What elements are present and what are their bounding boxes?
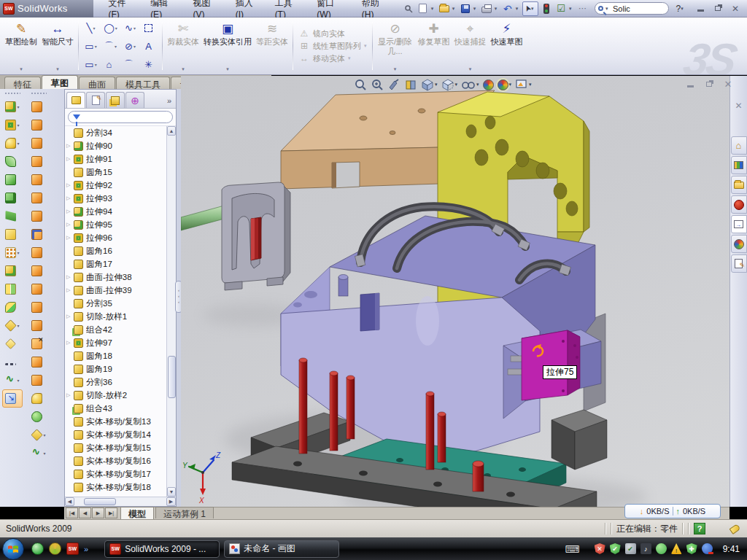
- tab-nav-button[interactable]: ▶: [92, 508, 104, 518]
- previous-view-icon[interactable]: [387, 77, 401, 92]
- curve-icon[interactable]: ▾: [28, 444, 49, 462]
- apply-scene-icon[interactable]: ▾: [497, 79, 513, 91]
- lofted-surface-icon[interactable]: ▾: [28, 152, 49, 171]
- propertymanager-tab-icon[interactable]: [86, 92, 105, 108]
- display-style-icon[interactable]: ▾: [441, 77, 459, 92]
- polygon-icon[interactable]: ⌂ ▾: [101, 55, 120, 74]
- view-orientation-icon[interactable]: ▾: [420, 77, 438, 92]
- tab-nav-button[interactable]: |◀: [66, 508, 78, 518]
- open-icon[interactable]: [438, 2, 451, 15]
- shell-icon[interactable]: ▾: [2, 189, 23, 207]
- hide-show-items-icon[interactable]: ▾: [460, 77, 480, 92]
- doc-minimize-button[interactable]: [684, 79, 696, 90]
- revolved-surface-icon[interactable]: ▾: [28, 116, 49, 134]
- linear-sketch-pattern-icon[interactable]: ⊞ 线性草图阵列 ▾: [298, 41, 367, 52]
- expand-arrow-icon[interactable]: ▷: [66, 143, 74, 149]
- swept-surface-icon[interactable]: ▾: [28, 134, 49, 152]
- search-value[interactable]: Solic: [613, 4, 630, 13]
- tree-item[interactable]: ▷ 圆角19: [66, 362, 166, 376]
- toolbar-drag-handle[interactable]: [4, 92, 20, 96]
- undo-dropdown[interactable]: ▾: [516, 6, 521, 12]
- plane-icon[interactable]: ▾: [2, 335, 23, 353]
- featuremanager-tab-icon[interactable]: [66, 92, 85, 108]
- search-dropdown[interactable]: ▾: [605, 6, 611, 12]
- solidworks-search-icon[interactable]: [731, 195, 747, 214]
- tree-item[interactable]: ▷ 圆角15: [66, 166, 166, 179]
- combine-icon[interactable]: ▾: [2, 262, 23, 280]
- convert-entities-icon[interactable]: ▣ 转换实体引用 ▾: [201, 19, 254, 73]
- help-icon[interactable]: ?: [676, 4, 681, 14]
- tree-item[interactable]: ▷ 圆角17: [66, 257, 166, 271]
- tree-item[interactable]: ▷ 分割35: [66, 297, 166, 310]
- swept-boss-icon[interactable]: ▾: [2, 171, 23, 189]
- start-button[interactable]: [2, 538, 24, 560]
- reference-geometry-icon[interactable]: ▾: [28, 426, 49, 444]
- tree-item[interactable]: ▷ 曲面-拉伸38: [66, 271, 166, 284]
- scroll-up-icon[interactable]: ▲: [167, 126, 176, 136]
- lofted-boss-icon[interactable]: ▾: [2, 152, 23, 171]
- expand-arrow-icon[interactable]: ▷: [66, 209, 74, 214]
- axis-icon[interactable]: ▾: [2, 353, 23, 371]
- select-cursor-icon[interactable]: ➤▾: [522, 1, 538, 16]
- line-icon[interactable]: ╲ ▾: [81, 19, 101, 37]
- sketch-fillet-icon[interactable]: ⌒ ▾: [120, 55, 140, 74]
- doc-restore-button[interactable]: [703, 79, 715, 90]
- model-tab[interactable]: 模型: [120, 507, 154, 519]
- messenger-icon[interactable]: [31, 542, 44, 555]
- new-dropdown[interactable]: ▾: [431, 6, 436, 12]
- rapid-sketch-icon[interactable]: ⚡ 快速草图 ▾: [489, 19, 525, 73]
- arc-icon[interactable]: ⌒ ▾: [101, 37, 120, 55]
- tree-item[interactable]: ▷ 组合43: [66, 402, 166, 415]
- tree-item[interactable]: ▷ 实体-移动/复制18: [66, 481, 166, 494]
- tree-item[interactable]: ▷ 圆角16: [66, 244, 166, 257]
- tree-item[interactable]: ▷ 拉伸91: [66, 152, 166, 166]
- extruded-boss-icon[interactable]: ▾: [2, 98, 23, 116]
- volume-tray-icon[interactable]: ♪: [640, 543, 651, 554]
- text-icon[interactable]: A ▾: [140, 37, 160, 55]
- command-tab[interactable]: 特征: [4, 77, 41, 89]
- radiate-surface-icon[interactable]: ▾: [28, 244, 49, 262]
- solidworks-resources-icon[interactable]: ⌂: [731, 136, 747, 155]
- circle-icon[interactable]: ◯ ▾: [101, 19, 120, 37]
- expand-arrow-icon[interactable]: ▷: [66, 314, 74, 319]
- custom-properties-icon[interactable]: [731, 254, 747, 273]
- surface-fillet-icon[interactable]: ▾: [28, 389, 49, 408]
- overflow-icon[interactable]: ⋯: [576, 2, 589, 15]
- task-pane-close-icon[interactable]: ✕: [731, 96, 747, 114]
- expand-arrow-icon[interactable]: ▷: [66, 235, 74, 241]
- print-icon[interactable]: [480, 2, 493, 15]
- toolbar-drag-handle[interactable]: [31, 92, 47, 96]
- keyboard-icon[interactable]: ⌨: [565, 543, 579, 555]
- tree-item[interactable]: ▷ 实体-移动/复制16: [66, 454, 166, 467]
- scroll-left-icon[interactable]: ◀: [65, 497, 74, 506]
- edit-appearance-icon[interactable]: [482, 79, 495, 91]
- quick-launch-overflow[interactable]: »: [84, 545, 88, 553]
- extend-surface-icon[interactable]: ▾: [28, 316, 49, 335]
- undo-icon[interactable]: ↶: [501, 2, 514, 15]
- trim-surface-icon[interactable]: ▾: [28, 280, 49, 298]
- tree-item[interactable]: ▷ 实体-移动/复制15: [66, 441, 166, 454]
- panel-tabs-overflow[interactable]: »: [167, 96, 174, 108]
- slot-icon[interactable]: ▭ ▾: [81, 55, 101, 74]
- red-pin-on-plate[interactable]: [473, 461, 484, 491]
- defender-tray-icon[interactable]: ✔: [610, 543, 621, 554]
- linear-pattern-icon[interactable]: ▾: [2, 244, 23, 262]
- options-icon[interactable]: ☑: [554, 2, 568, 15]
- save-dropdown[interactable]: ▾: [473, 6, 479, 12]
- tree-item[interactable]: ▷ 圆角18: [66, 349, 166, 362]
- options-dropdown[interactable]: ▾: [569, 6, 574, 12]
- tree-item[interactable]: ▷ 分割36: [66, 376, 166, 389]
- protection-tray-icon[interactable]: ✚: [686, 543, 697, 554]
- sketch-button[interactable]: ✎ 草图绘制 ▾: [3, 19, 39, 73]
- section-view-icon[interactable]: [403, 77, 418, 92]
- ellipse-icon[interactable]: ⊘ ▾: [120, 37, 140, 55]
- tag-icon[interactable]: [729, 524, 741, 534]
- curve-icon[interactable]: ▾: [2, 371, 23, 389]
- save-icon[interactable]: [459, 2, 472, 15]
- planar-surface-icon[interactable]: ▾: [28, 207, 49, 225]
- dimxpertmanager-tab-icon[interactable]: ⊕: [125, 92, 144, 108]
- expand-arrow-icon[interactable]: ▷: [66, 156, 74, 162]
- fillet-icon[interactable]: ▾: [2, 134, 23, 152]
- tree-item[interactable]: ▷ 拉伸96: [66, 231, 166, 244]
- tree-item[interactable]: ▷ 拉伸95: [66, 218, 166, 231]
